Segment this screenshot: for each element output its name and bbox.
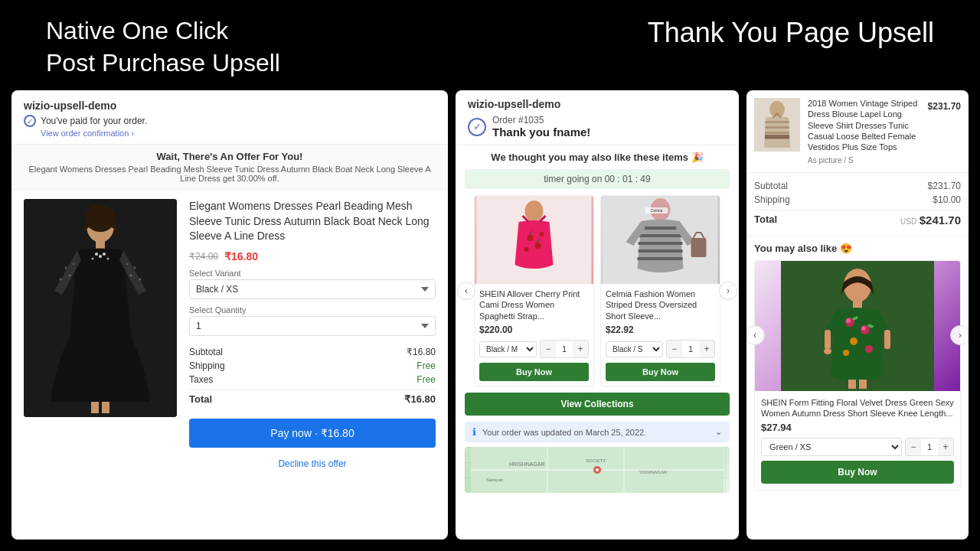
left-panel-store-header: wizio-upsell-demo ✓ You've paid for your… [11,90,448,145]
order-update-text: Your order was updated on March 25, 2022… [482,428,709,437]
right-upsell-carousel: ‹ [754,260,961,491]
svg-rect-33 [639,242,683,245]
svg-text:Sarayan: Sarayan [486,478,503,482]
product-image [24,199,177,417]
product2-qty-value: 1 [682,343,699,355]
svg-point-20 [525,201,544,222]
mid-order-row: ✓ Order #1035 Thank you fname! [468,115,727,139]
carousel-left-arrow[interactable]: ‹ [457,282,475,300]
chevron-down-icon[interactable]: ⌄ [715,427,722,437]
variant-selector: Select Variant Black / XS [189,269,436,299]
svg-rect-35 [638,257,683,260]
panels-container: wizio-upsell-demo ✓ You've paid for your… [0,90,980,551]
svg-point-70 [824,348,831,354]
right-upsell-product: SHEIN Form Fitting Floral Velvet Dress G… [754,260,961,491]
product2-buy-btn[interactable]: Buy Now [606,363,715,381]
svg-rect-68 [825,330,831,349]
paid-text: You've paid for your order. [41,116,147,126]
product1-name: SHEIN Allover Cherry Print Cami Dress Wo… [479,289,589,321]
product1-qty-decrease[interactable]: − [541,341,556,357]
header-right-title: Thank You Page Upsell [648,15,934,51]
summary-total-row: Total USD $241.70 [754,210,961,230]
right-variant-select[interactable]: Green / XS [761,438,902,456]
right-upsell-product-price: $27.94 [761,422,954,433]
svg-point-11 [126,263,128,265]
info-icon: ℹ [472,426,476,438]
svg-point-64 [865,345,873,353]
svg-text:SOCIETY: SOCIETY [586,458,606,463]
decline-link[interactable]: Decline this offer [189,458,436,469]
sale-price: ₹16.80 [224,250,258,262]
right-upsell-product-image [755,261,960,391]
summary-shipping-row: Shipping $10.00 [754,193,961,207]
product2-variant-select[interactable]: Black / S [606,341,663,357]
shipping-row: Shipping Free [189,359,436,373]
header-left-title: Native One Click Post Purchase Upsell [46,15,280,79]
svg-point-14 [103,253,106,256]
svg-point-48 [596,468,599,471]
right-variant-qty-row: Green / XS − 1 + [761,438,954,456]
svg-rect-72 [859,380,867,389]
carousel-right-arrow[interactable]: › [719,282,737,300]
right-upsell-title: You may also like 😍 [754,243,961,254]
map-area: Shipping address HRISHNAGAR SOCIETY YOGI… [465,447,730,493]
pay-now-button[interactable]: Pay now · ₹16.80 [189,419,436,448]
product1-price: $220.00 [479,324,589,335]
svg-point-5 [69,275,71,277]
product1-buy-btn[interactable]: Buy Now [479,363,589,381]
total-row: Total ₹16.80 [189,390,436,408]
svg-rect-34 [639,249,683,253]
order-confirm-row: ✓ You've paid for your order. [24,115,436,127]
product-title: Elegant Womens Dresses Pearl Beading Mes… [189,199,436,244]
view-collections-button[interactable]: View Collections [465,393,730,416]
svg-point-24 [535,243,541,249]
product2-qty-control: − 1 + [666,340,715,358]
svg-point-63 [850,337,858,345]
right-buy-button[interactable]: Buy Now [761,461,954,484]
svg-point-62 [861,326,866,331]
svg-point-8 [134,267,136,269]
summary-subtotal-row: Subtotal $231.70 [754,179,961,193]
right-upsell-product-name: SHEIN Form Fitting Floral Velvet Dress G… [761,397,954,419]
svg-text:HRISHNAGAR: HRISHNAGAR [509,461,545,467]
svg-point-15 [92,258,94,260]
view-order-link[interactable]: View order confirmation › [41,129,436,138]
svg-point-9 [130,275,132,277]
svg-text:Celmia: Celmia [651,208,663,213]
svg-rect-38 [691,238,707,257]
timer-bar: timer going on 00 : 01 : 49 [465,169,730,189]
offer-banner-desc: Elegant Womens Dresses Pearl Beading Mes… [24,165,436,183]
subtotal-row: Subtotal ₹16.80 [189,345,436,359]
price-row: ₹24.00 ₹16.80 [189,250,436,262]
product2-qty-increase[interactable]: + [699,341,714,357]
order-summary: Subtotal $231.70 Shipping $10.00 Total U… [746,173,969,236]
order-number: Order #1035 [492,115,590,126]
order-update-bar: ℹ Your order was updated on March 25, 20… [465,422,730,442]
header-left: Native One Click Post Purchase Upsell [46,15,280,79]
svg-point-16 [107,258,109,260]
quantity-select[interactable]: 1 [189,316,436,336]
product1-variant-select[interactable]: Black / M [479,341,537,357]
right-carousel-left-arrow[interactable]: ‹ [746,325,765,345]
svg-rect-69 [884,330,890,349]
product2-qty-decrease[interactable]: − [667,341,682,357]
variant-select[interactable]: Black / XS [189,279,436,299]
offer-banner-title: Wait, There's An Offer For You! [24,151,436,162]
right-qty-increase[interactable]: + [938,439,953,455]
svg-rect-32 [639,234,683,237]
original-price: ₹24.00 [189,251,218,262]
middle-panel: wizio-upsell-demo ✓ Order #1035 Thank yo… [456,90,739,540]
header: Native One Click Post Purchase Upsell Th… [0,0,980,90]
right-carousel-right-arrow[interactable]: › [950,325,969,345]
svg-rect-17 [91,402,99,413]
product1-qty-value: 1 [556,343,573,355]
mid-store-name: wizio-upsell-demo [468,98,727,110]
svg-rect-18 [102,402,109,413]
right-panel: 2018 Women Vintage Striped Dress Blouse … [746,90,969,540]
offer-banner: Wait, There's An Offer For You! Elegant … [11,145,448,190]
product1-qty-increase[interactable]: + [573,341,588,357]
svg-rect-51 [765,121,789,123]
svg-point-65 [843,350,849,356]
product1-variant-qty: Black / M − 1 + [479,340,589,358]
right-qty-decrease[interactable]: − [906,439,921,455]
